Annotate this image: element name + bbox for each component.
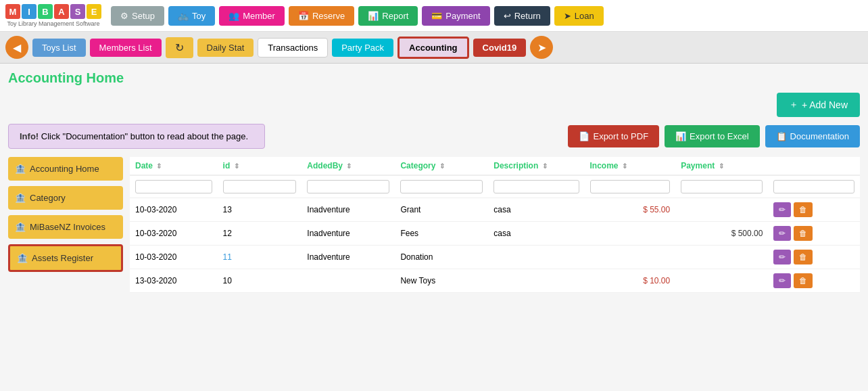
return-icon: ↩ bbox=[504, 11, 511, 21]
delete-button[interactable]: 🗑 bbox=[794, 226, 813, 241]
col-date[interactable]: Date ⇕ bbox=[130, 157, 218, 175]
party-pack-button[interactable]: Party Pack bbox=[332, 39, 393, 57]
cell-id: 13 bbox=[218, 198, 302, 222]
filter-category[interactable] bbox=[400, 180, 483, 193]
edit-button[interactable]: ✏ bbox=[773, 273, 791, 288]
refresh-button[interactable]: ↻ bbox=[166, 37, 193, 58]
sidebar-assets-register[interactable]: 🏦 Assets Register bbox=[8, 244, 123, 272]
logo-letter-i: I bbox=[22, 4, 37, 19]
cell-date: 10-03-2020 bbox=[130, 222, 218, 246]
delete-button[interactable]: 🗑 bbox=[794, 273, 813, 288]
info-action-bar: Info! Click "Documentation" button to re… bbox=[8, 124, 860, 149]
col-payment[interactable]: Payment ⇕ bbox=[675, 157, 768, 175]
cell-category: Fees bbox=[395, 222, 488, 246]
members-list-button[interactable]: Members List bbox=[90, 39, 162, 57]
logo: M I B A S E Toy Library Management Softw… bbox=[5, 4, 101, 27]
cell-date: 10-03-2020 bbox=[130, 246, 218, 269]
reserve-button[interactable]: 📅 Reserve bbox=[289, 6, 354, 26]
logo-letter-a: A bbox=[54, 4, 69, 19]
action-buttons: 📄 Export to PDF 📊 Export to Excel 📋 Docu… bbox=[568, 125, 860, 147]
excel-icon: 📊 bbox=[675, 131, 686, 141]
delete-button[interactable]: 🗑 bbox=[794, 202, 813, 217]
cell-category: Donation bbox=[395, 246, 488, 269]
filter-description[interactable] bbox=[493, 180, 579, 193]
info-box: Info! Click "Documentation" button to re… bbox=[8, 124, 265, 149]
filter-income[interactable] bbox=[590, 180, 671, 193]
edit-button[interactable]: ✏ bbox=[773, 202, 791, 217]
report-button[interactable]: 📊 Report bbox=[358, 6, 418, 26]
edit-button[interactable]: ✏ bbox=[773, 250, 791, 264]
cell-description: casa bbox=[488, 222, 584, 246]
add-new-button[interactable]: ＋ + Add New bbox=[777, 93, 860, 117]
back-button[interactable]: ◀ bbox=[5, 36, 28, 59]
table-row: 13-03-2020 10 New Toys $ 10.00 ✏ 🗑 bbox=[130, 269, 860, 293]
page-title: Accounting Home bbox=[8, 70, 860, 86]
cell-addedby: Inadventure bbox=[302, 246, 395, 269]
logo-letter-b: B bbox=[38, 4, 53, 19]
page-content: Accounting Home ＋ + Add New Info! Click … bbox=[0, 64, 868, 300]
filter-addedby[interactable] bbox=[307, 180, 389, 193]
export-pdf-button[interactable]: 📄 Export to PDF bbox=[568, 125, 659, 147]
payment-icon: 💳 bbox=[431, 11, 442, 21]
main-layout: 🏦 Accounting Home 🏦 Category 🏦 MiBaseNZ … bbox=[8, 157, 860, 293]
col-income[interactable]: Income ⇕ bbox=[585, 157, 676, 175]
filter-date[interactable] bbox=[135, 180, 212, 193]
table-row: 10-03-2020 13 Inadventure Grant casa $ 5… bbox=[130, 198, 860, 222]
cell-actions: ✏ 🗑 bbox=[768, 222, 860, 246]
cell-addedby: Inadventure bbox=[302, 198, 395, 222]
accounting-button[interactable]: Accounting bbox=[397, 37, 469, 59]
cell-actions: ✏ 🗑 bbox=[768, 269, 860, 293]
cell-description: casa bbox=[488, 198, 584, 222]
report-icon: 📊 bbox=[368, 11, 379, 21]
cell-description bbox=[488, 246, 584, 269]
info-label: Info! bbox=[20, 131, 39, 141]
toys-list-button[interactable]: Toys List bbox=[32, 39, 86, 57]
doc-icon: 📋 bbox=[776, 131, 787, 141]
bike-icon: 🚲 bbox=[178, 11, 189, 21]
cell-id: 10 bbox=[218, 269, 302, 293]
logo-letter-m: M bbox=[5, 4, 20, 19]
documentation-button[interactable]: 📋 Documentation bbox=[765, 125, 860, 147]
sidebar-category[interactable]: 🏦 Category bbox=[8, 186, 123, 210]
transactions-button[interactable]: Transactions bbox=[258, 38, 328, 58]
delete-button[interactable]: 🗑 bbox=[794, 250, 813, 264]
back-icon: ◀ bbox=[13, 41, 21, 54]
setup-button[interactable]: ⚙ Setup bbox=[111, 6, 164, 26]
cell-income bbox=[585, 222, 676, 246]
filter-payment[interactable] bbox=[681, 180, 763, 193]
top-navbar: M I B A S E Toy Library Management Softw… bbox=[0, 0, 868, 32]
cell-category: New Toys bbox=[395, 269, 488, 293]
export-excel-button[interactable]: 📊 Export to Excel bbox=[665, 125, 759, 147]
pdf-icon: 📄 bbox=[579, 131, 589, 141]
edit-button[interactable]: ✏ bbox=[773, 226, 791, 241]
calendar-icon: 📅 bbox=[298, 11, 309, 21]
col-addedby[interactable]: AddedBy ⇕ bbox=[302, 157, 395, 175]
col-id[interactable]: id ⇕ bbox=[218, 157, 302, 175]
accounting-table: Date ⇕ id ⇕ AddedBy ⇕ Category ⇕ Descrip… bbox=[130, 157, 860, 293]
forward-button[interactable]: ➤ bbox=[530, 36, 553, 59]
payment-button[interactable]: 💳 Payment bbox=[422, 6, 489, 26]
col-actions bbox=[768, 157, 860, 175]
col-description[interactable]: Description ⇕ bbox=[488, 157, 584, 175]
return-button[interactable]: ↩ Return bbox=[494, 6, 550, 26]
toy-button[interactable]: 🚲 Toy bbox=[168, 6, 215, 26]
sidebar-accounting-home[interactable]: 🏦 Accounting Home bbox=[8, 157, 123, 181]
cell-actions: ✏ 🗑 bbox=[768, 246, 860, 269]
covid19-button[interactable]: Covid19 bbox=[473, 39, 527, 57]
logo-letter-e: E bbox=[87, 4, 101, 19]
sidebar: 🏦 Accounting Home 🏦 Category 🏦 MiBaseNZ … bbox=[8, 157, 123, 293]
sidebar-mibase-invoices[interactable]: 🏦 MiBaseNZ Invoices bbox=[8, 215, 123, 239]
col-category[interactable]: Category ⇕ bbox=[395, 157, 488, 175]
filter-row bbox=[130, 175, 860, 198]
logo-letter-s: S bbox=[70, 4, 85, 19]
secondary-navbar: ◀ Toys List Members List ↻ Daily Stat Tr… bbox=[0, 32, 868, 64]
daily-stat-button[interactable]: Daily Stat bbox=[197, 39, 254, 57]
member-button[interactable]: 👥 Member bbox=[219, 6, 285, 26]
loan-button[interactable]: ➤ Loan bbox=[554, 6, 604, 26]
filter-id[interactable] bbox=[223, 180, 297, 193]
cell-date: 10-03-2020 bbox=[130, 198, 218, 222]
cell-date: 13-03-2020 bbox=[130, 269, 218, 293]
filter-actions[interactable] bbox=[773, 180, 854, 193]
cell-income: $ 10.00 bbox=[585, 269, 676, 293]
cell-id: 12 bbox=[218, 222, 302, 246]
